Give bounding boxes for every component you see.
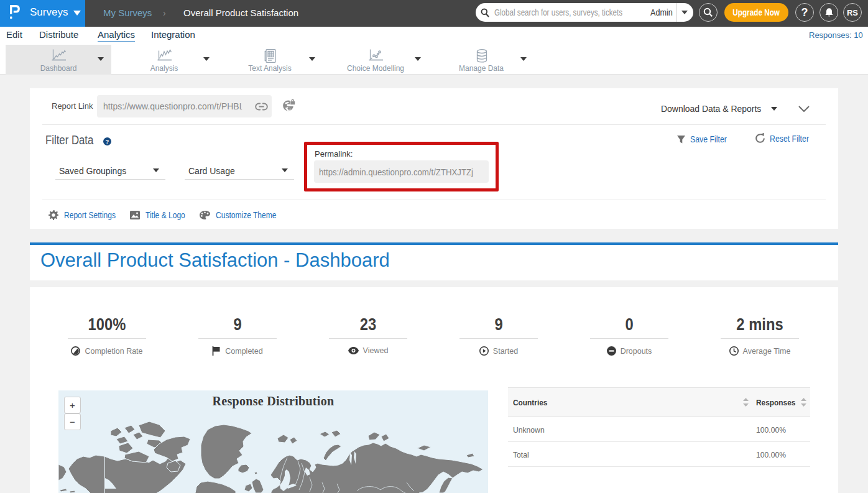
svg-text:?: ? [106, 138, 109, 145]
